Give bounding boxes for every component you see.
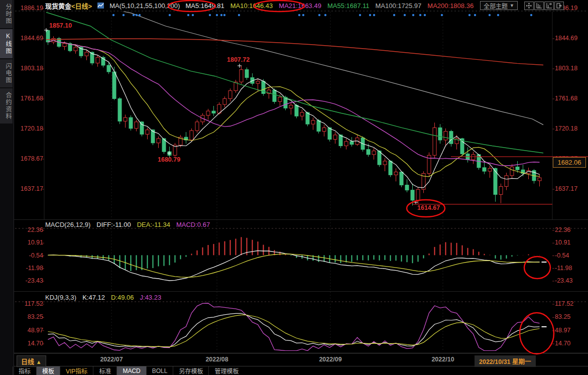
y-axis-label-left: 1886.19	[15, 5, 43, 12]
triangle-up-icon: ▲	[36, 359, 42, 365]
macd-title: MACD(26,12,9)	[45, 221, 90, 228]
ma-value-label: MA55:1687.11	[327, 2, 370, 10]
y-axis-label-right: 1803.18	[555, 65, 577, 72]
period-label: 日线	[21, 358, 34, 365]
bottom-toolbar: 指标模板VIP指标标准MACDBOLL另存模板管理模板	[13, 366, 244, 375]
y-axis-label-right: -23.43	[555, 277, 572, 284]
y-axis-label-left: 48.97	[15, 327, 43, 334]
symbol-name: 现货黄金	[45, 3, 71, 10]
y-axis-label-left: 14.70	[15, 340, 43, 347]
sidebar-tab-K线图[interactable]: K线图	[0, 29, 13, 58]
y-axis-label-right: 22.36	[555, 226, 570, 233]
y-axis-label-left: 1844.69	[15, 35, 43, 42]
price-annotation: 1807.72	[227, 56, 250, 63]
toolbar-tab-另存模板[interactable]: 另存模板	[173, 366, 208, 375]
y-axis-label-left: 1637.17	[15, 185, 43, 192]
shift-pane-icon[interactable]	[554, 2, 564, 10]
ma-value-label: MA21:1663.49	[279, 2, 321, 10]
y-axis-label-left: -23.43	[15, 277, 43, 284]
chart-canvas[interactable]	[0, 0, 588, 375]
x-axis-date-label: 2022/08	[205, 356, 228, 363]
ma-value-label: MA100:1725.97	[376, 2, 422, 10]
toolbar-tab-标准[interactable]: 标准	[93, 366, 116, 375]
y-axis-label-left: -0.54	[15, 252, 43, 259]
y-axis-label-right: -0.54	[555, 252, 569, 259]
y-axis-label-right: 10.91	[555, 239, 570, 246]
theme-dropdown[interactable]: 全部主题 ▼	[480, 1, 518, 10]
indicator-value-label: K:47.12	[82, 294, 105, 301]
app-root: 分时图K线图闪电图合约资料 现货黄金<日线> MA(5,10,21,55,100…	[0, 0, 588, 375]
y-axis-label-left: 1678.67	[15, 155, 43, 162]
pan-icon[interactable]	[524, 2, 534, 10]
price-annotation: 1614.67	[417, 204, 440, 211]
ma-legend: MA5:1649.81MA10:1646.43MA21:1663.49MA55:…	[185, 2, 474, 10]
compress-right-axis-icon[interactable]	[544, 2, 554, 10]
price-annotation: 1857.10	[49, 22, 72, 29]
toolbar-tab-VIP指标[interactable]: VIP指标	[60, 366, 93, 375]
toolbar-tab-模板[interactable]: 模板	[36, 366, 60, 375]
y-axis-label-right: 14.70	[555, 340, 570, 347]
x-axis-date-label: 2022/07	[100, 356, 123, 363]
y-axis-label-right: 1844.69	[555, 35, 577, 42]
macd-values: DIFF:-11.00DEA:-11.34MACD:0.67	[96, 221, 210, 228]
toolbar-tab-BOLL[interactable]: BOLL	[146, 366, 173, 375]
y-axis-label-left: 1761.68	[15, 95, 43, 102]
kdj-title: KDJ(9,3,3)	[45, 294, 76, 301]
sidebar-tab-分时图[interactable]: 分时图	[0, 0, 13, 28]
toolbar-tab-MACD[interactable]: MACD	[116, 366, 146, 375]
y-axis-label-left: 10.91	[15, 239, 43, 246]
indicator-value-label: MACD:0.67	[176, 221, 210, 228]
toolbar-tab-管理模板[interactable]: 管理模板	[208, 366, 244, 375]
indicator-value-label: D:49.06	[111, 294, 134, 301]
ma-value-label: MA200:1808.36	[427, 2, 474, 10]
period-selector[interactable]: 日线 ▲	[17, 355, 46, 367]
macd-panel-header: MACD(26,12,9) DIFF:-11.00DEA:-11.34MACD:…	[45, 221, 210, 228]
ma-value-label: MA10:1646.43	[230, 2, 273, 10]
chart-header: 现货黄金<日线> MA(5,10,21,55,100,200) MA5:1649…	[45, 0, 474, 11]
selected-date-label: 2022/10/31 星期一	[475, 355, 536, 367]
y-axis-label-left: 117.52	[15, 300, 43, 307]
price-annotation: 1680.79	[158, 156, 180, 163]
y-axis-label-right: 1720.18	[555, 125, 577, 132]
price-level-tag: 1682.06	[553, 157, 586, 168]
x-axis-date-label: 2022/10	[431, 356, 454, 363]
y-axis-label-right: 1637.17	[555, 185, 577, 192]
ma-settings-label: MA(5,10,21,55,100,200)	[109, 2, 180, 10]
indicator-value-label: J:43.23	[140, 294, 162, 301]
y-axis-label-right: 48.97	[555, 327, 570, 334]
compress-left-axis-icon[interactable]	[534, 2, 544, 10]
period-tag: <日线>	[71, 3, 92, 10]
y-axis-label-left: 83.25	[15, 313, 43, 320]
ma-value-label: MA5:1649.81	[185, 2, 224, 10]
y-axis-label-left: -11.98	[15, 265, 43, 272]
y-axis-label-left: 1720.18	[15, 125, 43, 132]
sidebar-tab-合约资料[interactable]: 合约资料	[0, 88, 13, 123]
theme-dropdown-label: 全部主题	[484, 2, 508, 10]
left-sidebar: 分时图K线图闪电图合约资料	[0, 0, 14, 375]
x-axis-date-label: 2022/09	[319, 356, 341, 363]
indicator-value-label: DEA:-11.34	[137, 221, 170, 228]
y-axis-label-right: 83.25	[555, 313, 570, 320]
y-axis-label-right: 1761.68	[555, 95, 577, 102]
chevron-down-icon: ▼	[510, 3, 514, 8]
y-axis-label-right: 117.52	[555, 300, 573, 307]
candlestick-icon	[97, 3, 104, 9]
y-axis-label-left: 1803.18	[15, 65, 43, 72]
indicator-value-label: DIFF:-11.00	[96, 221, 131, 228]
y-axis-label-left: 22.36	[15, 226, 43, 233]
kdj-panel-header: KDJ(9,3,3) K:47.12D:49.06J:43.23	[45, 294, 161, 301]
toolbar-tab-指标[interactable]: 指标	[13, 366, 36, 375]
y-axis-label-right: -11.98	[555, 265, 572, 272]
sidebar-tab-闪电图[interactable]: 闪电图	[0, 59, 13, 87]
kdj-values: K:47.12D:49.06J:43.23	[82, 294, 161, 301]
